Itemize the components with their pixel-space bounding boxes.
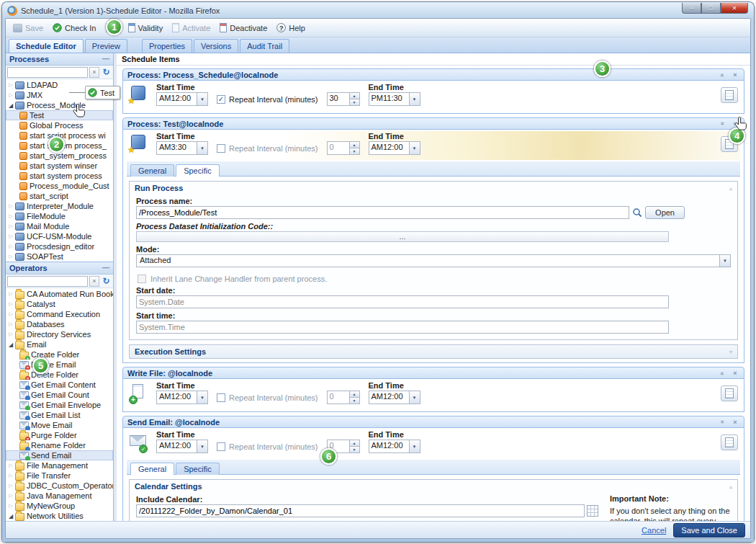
sidebar-item-mail-module[interactable]: ▷Mail Module (6, 221, 113, 231)
collapse-panel-icon[interactable]: « (718, 120, 726, 128)
expand-arrow-icon[interactable]: ▷ (7, 301, 14, 307)
expand-arrow-icon[interactable]: ▷ (7, 311, 14, 317)
repeat-minutes-spinner[interactable]: 30▲▼ (327, 92, 360, 106)
remove-item-icon[interactable]: × (731, 370, 739, 377)
expand-section-icon[interactable]: ▿ (729, 349, 732, 355)
sidebar-item-get-email-content[interactable]: Get Email Content (6, 380, 113, 390)
sidebar-item-start-system-process3[interactable]: start system process (6, 171, 113, 181)
include-calendar-input[interactable] (136, 504, 585, 517)
spinner-arrows-icon[interactable]: ▲▼ (349, 93, 359, 105)
sidebar-item-email[interactable]: ◢Email (6, 339, 113, 349)
execution-settings-section[interactable]: Execution Settings ▿ (129, 344, 738, 359)
tab-versions[interactable]: Versions (194, 39, 238, 53)
expand-arrow-icon[interactable]: ▷ (7, 291, 14, 297)
dataset-button[interactable] (721, 434, 738, 450)
sidebar-item-move-email[interactable]: Move Email (6, 420, 113, 430)
start-time-combo[interactable]: AM12:00▼ (156, 440, 208, 453)
sidebar-item-catalyst[interactable]: ▷Catalyst (6, 299, 113, 309)
maximize-button[interactable]: □ (701, 3, 721, 14)
expand-arrow-icon[interactable]: ▷ (7, 82, 14, 88)
start-time-combo[interactable]: AM12:00▼ (156, 391, 208, 404)
expand-arrow-icon[interactable]: ▷ (7, 321, 14, 327)
spinner-arrows-icon[interactable]: ▲▼ (349, 391, 359, 403)
end-time-combo[interactable]: AM12:00▼ (369, 141, 420, 155)
sidebar-item-purge-folder[interactable]: ×Purge Folder (6, 430, 113, 440)
open-button[interactable]: Open (645, 206, 685, 219)
refresh-icon[interactable]: ↻ (101, 67, 112, 77)
deactivate-button[interactable]: Deactivate (215, 21, 271, 35)
spinner-arrows-icon[interactable]: ▲▼ (349, 440, 359, 452)
sidebar-item-file-transfer[interactable]: ▷File Transfer (6, 471, 113, 481)
sidebar-item-delete-folder[interactable]: ×Delete Folder (6, 370, 113, 380)
sidebar-item-create-folder[interactable]: +Create Folder (6, 349, 113, 360)
sidebar-item-databases[interactable]: ▷Databases (6, 319, 113, 329)
sidebar-item-global-process[interactable]: Global Process (6, 120, 113, 130)
sidebar-item-start-system-winser[interactable]: start system winser (6, 161, 113, 171)
repeat-interval-checkbox[interactable]: ✓ (217, 144, 225, 153)
tab-general[interactable]: General (130, 164, 174, 177)
collapse-panel-icon[interactable]: « (718, 419, 726, 426)
sidebar-item-process-module-cust[interactable]: Process_module_Cust (6, 181, 113, 191)
dataset-init-field[interactable]: ... (136, 231, 669, 242)
tab-audit-trail[interactable]: Audit Trail (240, 39, 289, 53)
sidebar-item-process-module[interactable]: ◢Process_Module (6, 100, 113, 110)
start-time-input[interactable] (136, 321, 669, 334)
expand-arrow-icon[interactable]: ▷ (7, 233, 14, 239)
search-icon[interactable] (632, 208, 642, 218)
help-button[interactable]: ? Help (272, 21, 310, 35)
sidebar-item-get-email-list[interactable]: Get Email List (6, 410, 113, 420)
sidebar-item-mynewgroup[interactable]: ▷MyNewGroup (6, 501, 113, 511)
expand-arrow-icon[interactable]: ▷ (7, 483, 14, 489)
save-and-close-button[interactable]: Save and Close (673, 523, 745, 538)
clear-search-icon[interactable]: × (89, 67, 99, 78)
collapse-arrow-icon[interactable]: ◢ (7, 102, 14, 109)
sidebar-item-file-management[interactable]: ▷File Management (6, 460, 113, 471)
expand-arrow-icon[interactable]: ▷ (7, 463, 14, 468)
refresh-icon[interactable]: ↻ (101, 276, 112, 286)
collapse-panel-icon[interactable]: — (102, 56, 109, 62)
sidebar-item-soaptest[interactable]: ▷SOAPTest (6, 251, 113, 262)
sidebar-item-command-execution[interactable]: ▷Command Execution (6, 309, 113, 319)
sidebar-item-send-email[interactable]: Send Email (6, 450, 113, 460)
start-time-combo[interactable]: AM3:30▼ (156, 141, 208, 155)
collapse-arrow-icon[interactable]: ◢ (7, 342, 14, 348)
sidebar-item-filemodule[interactable]: ▷FileModule (6, 211, 113, 221)
sidebar-item-jdbc-custom-operators[interactable]: ▷JDBC_Custom_Operators (6, 481, 113, 491)
process-name-input[interactable] (136, 206, 629, 219)
sidebar-item-network-utilities[interactable]: ◢Network Utilities (6, 511, 113, 521)
check-in-button[interactable]: Check In (48, 21, 100, 35)
expand-arrow-icon[interactable]: ▷ (7, 223, 14, 229)
start-time-combo[interactable]: AM12:00▼ (156, 92, 208, 106)
expand-arrow-icon[interactable]: ▷ (7, 92, 14, 98)
expand-panel-icon[interactable]: « (718, 71, 726, 79)
spinner-arrows-icon[interactable]: ▲▼ (349, 142, 359, 154)
sidebar-item-procsdesign-editor[interactable]: ▷Procsdesign_editor (6, 241, 113, 251)
end-time-combo[interactable]: PM11:30▼ (369, 92, 420, 106)
repeat-minutes-spinner[interactable]: 0▲▼ (327, 141, 360, 155)
tab-general[interactable]: General (130, 463, 174, 475)
sidebar-item-rename-folder[interactable]: Rename Folder (6, 440, 113, 450)
sidebar-item-get-email-count[interactable]: Get Email Count (6, 390, 113, 400)
activate-button[interactable]: Activate (168, 21, 215, 35)
repeat-interval-checkbox[interactable]: ✓ (217, 442, 225, 451)
expand-arrow-icon[interactable]: ▷ (7, 254, 14, 259)
sidebar-item-test[interactable]: Test (6, 110, 113, 120)
sidebar-item-ucf-usm-module[interactable]: ▷UCF-USM-Module (6, 231, 113, 241)
expand-arrow-icon[interactable]: ▷ (7, 473, 14, 478)
processes-search-input[interactable] (7, 67, 88, 78)
dataset-button[interactable] (721, 87, 738, 103)
sidebar-item-interpreter-module[interactable]: ▷Interpreter_Module (6, 201, 113, 211)
mode-select[interactable]: Attached▼ (136, 254, 731, 267)
expand-arrow-icon[interactable]: ▷ (7, 244, 14, 249)
collapse-panel-icon[interactable]: — (102, 265, 109, 271)
remove-item-icon[interactable]: × (731, 419, 739, 426)
expand-arrow-icon[interactable]: ▷ (7, 213, 14, 219)
tab-preview[interactable]: Preview (85, 39, 127, 53)
sidebar-item-java-management[interactable]: ▷Java Management (6, 491, 113, 501)
repeat-interval-checkbox[interactable]: ✓ (217, 393, 225, 402)
inherit-lane-checkbox[interactable] (138, 275, 146, 283)
repeat-interval-checkbox[interactable]: ✓ (217, 95, 225, 104)
validity-button[interactable]: Validity (124, 21, 168, 35)
remove-item-icon[interactable]: × (731, 71, 739, 79)
expand-arrow-icon[interactable]: ▷ (7, 331, 14, 337)
